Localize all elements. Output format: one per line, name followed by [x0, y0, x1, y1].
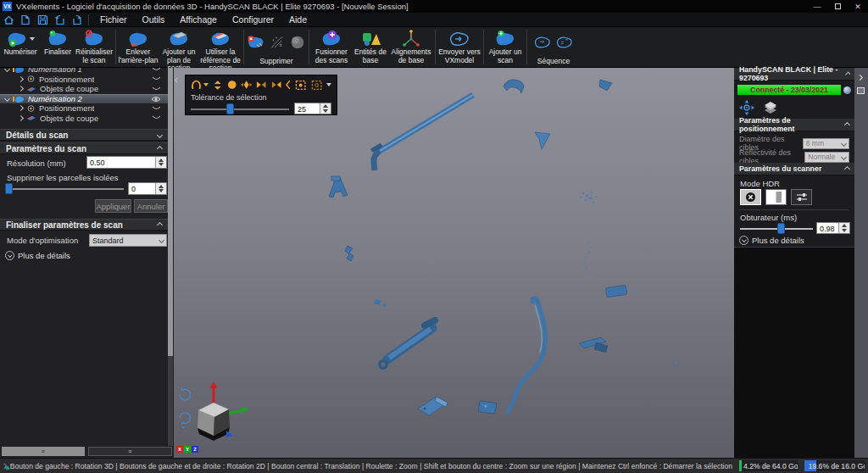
- section-parametres-scanner[interactable]: Paramètres du scanner: [734, 163, 854, 175]
- expander-icon[interactable]: [4, 68, 10, 72]
- numeriser-dropdown-caret[interactable]: [30, 37, 35, 41]
- connection-sphere-icon[interactable]: [843, 86, 851, 94]
- home-button[interactable]: [0, 14, 17, 26]
- invert-selection-left-icon[interactable]: [256, 80, 266, 91]
- hdr-mode-custom-button[interactable]: [791, 189, 812, 205]
- tree-scrollbar[interactable]: [168, 68, 173, 446]
- dock-window-icon[interactable]: [857, 87, 865, 94]
- scanner-plus-de-details-toggle[interactable]: Plus de détails: [739, 236, 804, 245]
- supprimer-points-icon[interactable]: [269, 34, 286, 51]
- positioning-target-icon[interactable]: [739, 100, 754, 115]
- tree-item-objets-coupe-1[interactable]: Objets de coupe: [0, 84, 168, 94]
- hdr-mode-off-button[interactable]: [740, 189, 761, 205]
- visibility-off-icon[interactable]: [152, 86, 161, 92]
- tree-item-positionnement-2[interactable]: Positionnement: [0, 103, 168, 114]
- tolerance-slider[interactable]: [191, 103, 289, 114]
- section-parametres-du-scan[interactable]: Paramètres du scan: [0, 142, 168, 154]
- lasso-select-button[interactable]: [191, 80, 209, 91]
- select-surface-icon[interactable]: [227, 80, 237, 90]
- close-button[interactable]: ✕: [848, 0, 868, 13]
- spinner-arrows[interactable]: [838, 223, 849, 233]
- enlever-arriere-plan-button[interactable]: Enlever l'arrière-plan: [118, 27, 159, 67]
- tolerance-spinner[interactable]: 25: [294, 103, 331, 114]
- utiliser-reference-section-button[interactable]: Utiliser la référence de section: [199, 27, 242, 67]
- supprimer-selection-icon[interactable]: [247, 34, 265, 51]
- expander-icon[interactable]: [18, 115, 24, 121]
- new-session-button[interactable]: [17, 14, 34, 26]
- scan-part-long-tube[interactable]: [370, 95, 473, 170]
- entites-de-base-button[interactable]: Entités de base: [352, 27, 389, 67]
- menu-outils[interactable]: Outils: [135, 14, 173, 25]
- spinner-arrows[interactable]: [155, 157, 166, 168]
- fusionner-scans-button[interactable]: Fusionner des scans: [311, 27, 352, 67]
- expander-icon[interactable]: [18, 86, 24, 92]
- rotate-down-arrow[interactable]: [180, 413, 191, 428]
- mode-optimisation-select[interactable]: Standard: [89, 234, 167, 247]
- scrollbar-thumb[interactable]: [168, 68, 173, 356]
- lasso-dropdown-caret[interactable]: [203, 83, 209, 86]
- tree-item-numerisation-2[interactable]: Numérisation 2: [0, 94, 168, 104]
- surface-pages-icon[interactable]: [763, 101, 778, 114]
- shutter-spinner[interactable]: 0.98: [816, 222, 850, 234]
- maximize-button[interactable]: [827, 0, 848, 13]
- select-visible-mode-icon[interactable]: [295, 80, 306, 91]
- alignements-de-base-button[interactable]: Alignements de base: [389, 27, 433, 67]
- save-button[interactable]: [34, 14, 51, 26]
- plus-de-details-toggle[interactable]: Plus de détails: [5, 251, 70, 260]
- scan-part-shock-absorber[interactable]: [378, 320, 435, 370]
- panel-footer-button-left[interactable]: ≡: [2, 447, 85, 456]
- import-session-button[interactable]: [51, 14, 68, 26]
- envoyer-vxmodel-button[interactable]: Envoyer vers VXmodel: [437, 27, 481, 67]
- select-all-mode-icon[interactable]: [311, 80, 322, 91]
- slider-handle[interactable]: [226, 103, 234, 114]
- spinner-arrows[interactable]: [155, 183, 166, 194]
- rotate-up-arrow[interactable]: [180, 388, 191, 400]
- visibility-on-icon[interactable]: [151, 96, 161, 103]
- resolution-spinner[interactable]: 0.50: [86, 156, 167, 169]
- appliquer-button[interactable]: Appliquer: [95, 199, 131, 213]
- reinitialiser-scan-button[interactable]: Réinitialiser le scan: [75, 27, 114, 67]
- expander-icon[interactable]: [18, 105, 24, 111]
- supprimer-sphere-icon[interactable]: [289, 34, 306, 51]
- tree-item-numerisation-1[interactable]: Numérisation 1: [0, 68, 168, 75]
- hdr-mode-auto-button[interactable]: [765, 189, 787, 205]
- sequence-icon-2[interactable]: [555, 35, 574, 50]
- visibility-off-icon[interactable]: [152, 68, 161, 72]
- panel-footer-button-right[interactable]: ≡: [88, 447, 173, 456]
- expander-icon[interactable]: [18, 76, 24, 82]
- panel-expand-arrow[interactable]: [857, 75, 863, 81]
- scanner-panel-header[interactable]: HandySCAN BLACK | Elite - 9270693: [734, 68, 854, 81]
- select-through-icon[interactable]: [213, 80, 223, 91]
- selection-mode-caret[interactable]: [326, 83, 331, 86]
- select-flood-icon[interactable]: [241, 80, 252, 90]
- export-session-button[interactable]: [68, 14, 85, 26]
- scan-parts-canvas[interactable]: [174, 68, 734, 458]
- minimize-button[interactable]: —: [807, 0, 827, 13]
- reflectivity-select[interactable]: Normale: [804, 152, 849, 163]
- expander-icon[interactable]: [4, 96, 10, 102]
- navigation-cube[interactable]: [175, 378, 252, 456]
- numeriser-button[interactable]: Numériser: [0, 27, 41, 67]
- section-details-du-scan[interactable]: Détails du scan: [0, 129, 168, 141]
- menu-configurer[interactable]: Configurer: [225, 14, 281, 25]
- viewport-3d[interactable]: Tolérance de sélection 25: [174, 68, 734, 458]
- menu-affichage[interactable]: Affichage: [172, 14, 225, 25]
- slider-handle[interactable]: [777, 223, 785, 234]
- visibility-off-icon[interactable]: [152, 115, 161, 120]
- tree-item-objets-coupe-2[interactable]: Objets de coupe: [0, 114, 168, 124]
- bracket-icon[interactable]: [286, 80, 291, 90]
- section-finaliser-parametres[interactable]: Finaliser paramètres de scan: [0, 219, 168, 231]
- sequence-icon-1[interactable]: [533, 35, 552, 50]
- ajouter-scan-button[interactable]: Ajouter un scan: [486, 27, 525, 67]
- patches-slider[interactable]: [5, 183, 124, 194]
- spinner-arrows[interactable]: [320, 103, 331, 114]
- invert-selection-right-icon[interactable]: [271, 80, 281, 91]
- targets-diameter-select[interactable]: 6 mm: [803, 138, 849, 149]
- tree-item-positionnement-1[interactable]: Positionnement: [0, 75, 168, 85]
- menu-fichier[interactable]: Fichier: [92, 14, 135, 25]
- visibility-off-icon[interactable]: [152, 76, 161, 81]
- slider-handle[interactable]: [5, 183, 13, 194]
- patches-spinner[interactable]: 0: [128, 182, 167, 195]
- section-parametres-positionnement[interactable]: Paramètres de positionnement: [734, 119, 854, 131]
- finaliser-button[interactable]: Finaliser: [41, 27, 75, 67]
